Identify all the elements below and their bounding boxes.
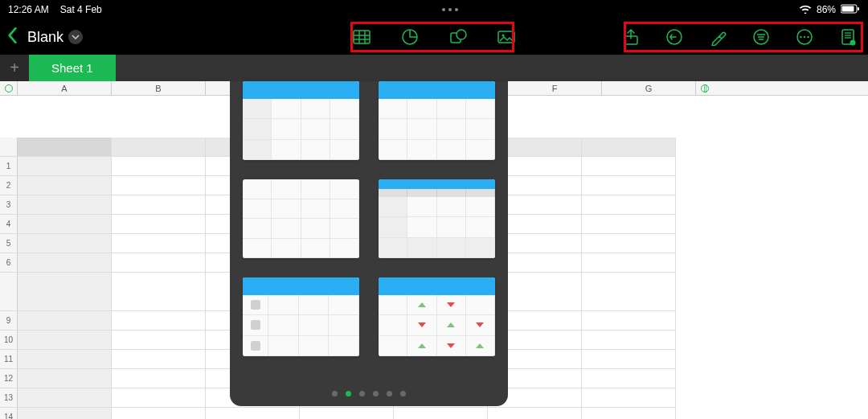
table-style-thumb[interactable] (379, 81, 495, 160)
svg-rect-3 (354, 31, 370, 43)
add-sheet-button[interactable]: + (0, 55, 29, 81)
select-all-handle[interactable] (0, 81, 18, 95)
svg-point-27 (850, 40, 856, 46)
insert-shape-icon[interactable] (449, 28, 467, 46)
insert-media-icon[interactable] (497, 28, 515, 46)
nav-bar: Blank (0, 19, 868, 55)
document-title[interactable]: Blank (27, 29, 83, 46)
col-header-a[interactable]: A (18, 81, 112, 95)
svg-point-10 (457, 30, 466, 39)
action-tools (622, 28, 863, 46)
organize-icon[interactable] (752, 28, 770, 46)
sheet-tab-1[interactable]: Sheet 1 (29, 55, 116, 81)
chevron-down-icon (68, 30, 83, 44)
svg-point-20 (800, 36, 801, 38)
insert-table-icon[interactable] (353, 28, 371, 46)
svg-point-21 (804, 36, 805, 38)
insert-chart-icon[interactable] (401, 28, 419, 46)
col-header-b[interactable]: B (112, 81, 206, 95)
svg-point-22 (807, 36, 809, 38)
more-icon[interactable] (796, 28, 813, 46)
battery-icon (841, 4, 860, 16)
table-style-popup (230, 81, 508, 406)
sheet-tab-bar: + Sheet 1 (0, 55, 868, 81)
table-row[interactable]: 14 (0, 408, 676, 419)
table-style-thumb[interactable] (379, 277, 495, 356)
status-bar: 12:26 AM Sat 4 Feb 86% (0, 0, 868, 19)
col-header-g[interactable]: G (602, 81, 696, 95)
row-handle[interactable] (0, 138, 18, 156)
share-icon[interactable] (622, 28, 640, 46)
spreadsheet[interactable]: A B F G || Table 1 1 2 3 4 5 6 9 10 11 1… (0, 81, 868, 419)
wifi-icon (799, 4, 812, 16)
table-style-thumb[interactable] (379, 179, 495, 258)
insert-tools (353, 28, 515, 46)
format-brush-icon[interactable] (709, 28, 727, 46)
table-style-thumb[interactable] (243, 277, 359, 356)
svg-rect-1 (842, 6, 854, 11)
undo-icon[interactable] (665, 28, 683, 46)
svg-rect-2 (858, 7, 859, 10)
table-style-thumb[interactable] (243, 179, 359, 258)
back-button[interactable] (5, 27, 19, 47)
document-settings-icon[interactable] (839, 28, 857, 46)
page-dots[interactable] (230, 391, 508, 396)
battery-percent: 86% (817, 4, 836, 15)
status-time: 12:26 AM (8, 4, 49, 15)
multitask-dots[interactable] (102, 8, 799, 11)
status-date: Sat 4 Feb (60, 4, 102, 15)
col-header-f[interactable]: F (508, 81, 602, 95)
table-style-thumb[interactable] (243, 81, 359, 160)
add-column-handle[interactable]: || (696, 81, 714, 95)
